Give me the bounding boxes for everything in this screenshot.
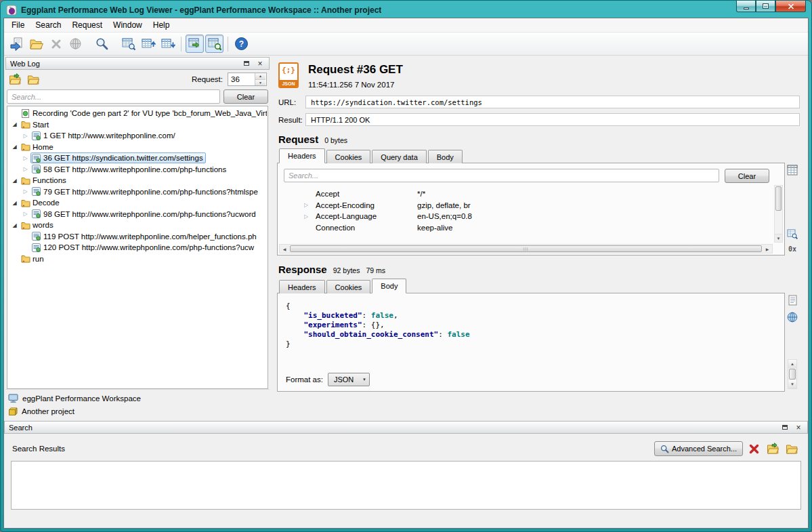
url-field[interactable]: https://syndication.twitter.com/settings xyxy=(305,96,800,108)
tree-collapsed-icon[interactable]: ▷ xyxy=(20,133,30,139)
tree-collapsed-icon[interactable]: ▷ xyxy=(20,166,30,172)
tree-expanded-icon[interactable]: ◢ xyxy=(9,144,20,150)
tree-collapsed-icon[interactable]: ▷ xyxy=(20,155,30,161)
request-headers-hscrollbar[interactable]: ◀ ||| ▶ xyxy=(279,244,773,253)
network-button[interactable] xyxy=(66,35,85,53)
menu-item-file[interactable]: File xyxy=(6,18,30,32)
request-headers-vscrollbar[interactable]: ▼ xyxy=(774,185,783,243)
advanced-search-button[interactable]: Advanced Search... xyxy=(654,441,743,456)
tree-row[interactable]: run xyxy=(7,253,268,265)
scroll-down-icon[interactable]: ▼ xyxy=(775,234,782,242)
response-body[interactable]: { "is_bucketed": false, "experiments": {… xyxy=(286,302,771,349)
collapsed-icon[interactable]: ▷ xyxy=(304,213,316,220)
header-row[interactable]: ▷Accept-Languageen-US,en;q=0.8 xyxy=(304,211,769,222)
scroll-left-icon[interactable]: ◀ xyxy=(280,247,289,251)
response-vscrollbar[interactable]: ▲ ▼ xyxy=(788,359,797,389)
document-view-button[interactable] xyxy=(788,295,798,306)
scroll-right-icon[interactable]: ▶ xyxy=(763,247,772,251)
result-field[interactable]: HTTP/1.1 200 OK xyxy=(305,113,800,126)
search-panel-header[interactable]: Search × xyxy=(4,421,808,434)
tab-body[interactable]: Body xyxy=(372,279,406,293)
request-headers-search-input[interactable] xyxy=(284,169,719,182)
hex-view-button[interactable]: 0x xyxy=(788,245,796,253)
close-panel-button[interactable]: × xyxy=(255,59,265,68)
minimize-button[interactable] xyxy=(736,1,756,12)
tree-row[interactable]: ▷58 GET http://www.writephponline.com/ph… xyxy=(7,164,268,176)
tree-row[interactable]: ◢Decode xyxy=(7,197,268,209)
tab-headers[interactable]: Headers xyxy=(279,148,325,163)
weblog-search-input[interactable] xyxy=(7,89,220,104)
tree-collapsed-icon[interactable]: ▷ xyxy=(20,211,30,217)
open-log-button[interactable] xyxy=(25,71,41,87)
format-dropdown[interactable]: JSON ▼ xyxy=(328,373,370,386)
menu-item-window[interactable]: Window xyxy=(108,18,148,32)
tree-expanded-icon[interactable]: ◢ xyxy=(9,121,20,127)
tab-body[interactable]: Body xyxy=(428,150,463,163)
title-bar[interactable]: Eggplant Performance Web Log Viewer - eg… xyxy=(3,1,809,18)
project-row[interactable]: Another project xyxy=(8,405,268,417)
follow-response-toggle-button[interactable] xyxy=(205,35,223,53)
tree-row[interactable]: ◢Functions xyxy=(7,175,268,186)
tree-expanded-icon[interactable]: ◢ xyxy=(9,222,20,228)
tree-row[interactable]: ◢Home xyxy=(7,142,268,153)
header-row[interactable]: Connectionkeep-alive xyxy=(304,222,769,234)
close-search-panel-button[interactable]: × xyxy=(794,423,803,432)
spin-up-icon[interactable]: ▲ xyxy=(255,73,265,80)
tree-row[interactable]: Recording 'Code gen part 2' for VU type … xyxy=(7,108,268,119)
search-previous-button[interactable] xyxy=(139,35,157,53)
close-button[interactable] xyxy=(775,1,806,12)
menu-item-search[interactable]: Search xyxy=(30,18,66,32)
search-next-button[interactable] xyxy=(158,35,177,53)
delete-button[interactable] xyxy=(47,35,65,53)
search-button[interactable] xyxy=(93,35,111,53)
weblog-panel-header[interactable]: Web Log × xyxy=(5,57,270,70)
open-search-results-button[interactable] xyxy=(784,441,800,457)
header-row[interactable]: Accept*/* xyxy=(304,188,769,200)
tree-row[interactable]: ▷1 GET http://www.writephponline.com/ xyxy=(7,130,268,142)
header-row[interactable]: ▷Accept-Encodinggzip, deflate, br xyxy=(304,200,769,211)
tree-expanded-icon[interactable]: ◢ xyxy=(9,200,20,206)
tab-headers[interactable]: Headers xyxy=(279,280,325,293)
tab-cookies[interactable]: Cookies xyxy=(326,280,371,293)
hscroll-thumb[interactable]: ||| xyxy=(290,245,762,252)
save-search-results-button[interactable] xyxy=(765,441,781,457)
vscroll-thumb[interactable] xyxy=(775,186,782,211)
help-button[interactable]: ? xyxy=(232,35,251,53)
weblog-tree[interactable]: Recording 'Code gen part 2' for VU type … xyxy=(7,106,268,389)
tree-row[interactable]: ▷36 GET https://syndication.twitter.com/… xyxy=(7,152,268,164)
tree-collapsed-icon[interactable]: ▷ xyxy=(20,188,30,195)
menu-item-request[interactable]: Request xyxy=(66,18,108,32)
search-results-area[interactable] xyxy=(11,461,801,510)
follow-request-toggle-button[interactable] xyxy=(186,35,204,53)
workspace-row[interactable]: eggPlant Performance Workspace xyxy=(8,392,268,405)
menu-item-help[interactable]: Help xyxy=(148,18,175,32)
weblog-clear-button[interactable]: Clear xyxy=(223,89,268,104)
load-log-button[interactable] xyxy=(7,71,23,87)
collapsed-icon[interactable]: ▷ xyxy=(304,202,316,208)
float-panel-button[interactable] xyxy=(242,59,251,68)
float-search-panel-button[interactable] xyxy=(780,423,790,432)
request-number-input[interactable] xyxy=(228,73,255,85)
tree-row[interactable]: ◢words xyxy=(7,220,268,231)
tab-cookies[interactable]: Cookies xyxy=(326,150,371,163)
tab-query-data[interactable]: Query data xyxy=(372,150,426,163)
search-grid-button[interactable] xyxy=(119,35,137,53)
tree-row[interactable]: ▷79 GET http://www.writephponline.com/ph… xyxy=(7,186,268,198)
response-scroll-thumb[interactable] xyxy=(789,369,796,380)
grid-view-button[interactable] xyxy=(787,165,798,176)
tree-row[interactable]: ◢Start xyxy=(7,119,268,131)
scroll-up-icon[interactable]: ▲ xyxy=(788,360,796,368)
import-log-button[interactable] xyxy=(7,35,26,53)
tree-row[interactable]: 119 POST http://www.writephponline.com/h… xyxy=(7,231,268,243)
table-search-button[interactable] xyxy=(787,228,798,239)
tree-expanded-icon[interactable]: ◢ xyxy=(9,178,20,184)
open-file-button[interactable] xyxy=(27,35,45,53)
spin-down-icon[interactable]: ▼ xyxy=(255,80,265,86)
request-headers-clear-button[interactable]: Clear xyxy=(725,169,769,183)
scroll-down-icon[interactable]: ▼ xyxy=(788,380,796,388)
tree-row[interactable]: ▷98 GET http://www.writephponline.com/ph… xyxy=(7,209,268,220)
clear-search-results-button[interactable] xyxy=(746,441,762,457)
open-in-browser-button[interactable] xyxy=(787,312,798,323)
tree-row[interactable]: 120 POST http://www.writephponline.com/p… xyxy=(7,242,268,253)
maximize-button[interactable] xyxy=(756,1,775,12)
